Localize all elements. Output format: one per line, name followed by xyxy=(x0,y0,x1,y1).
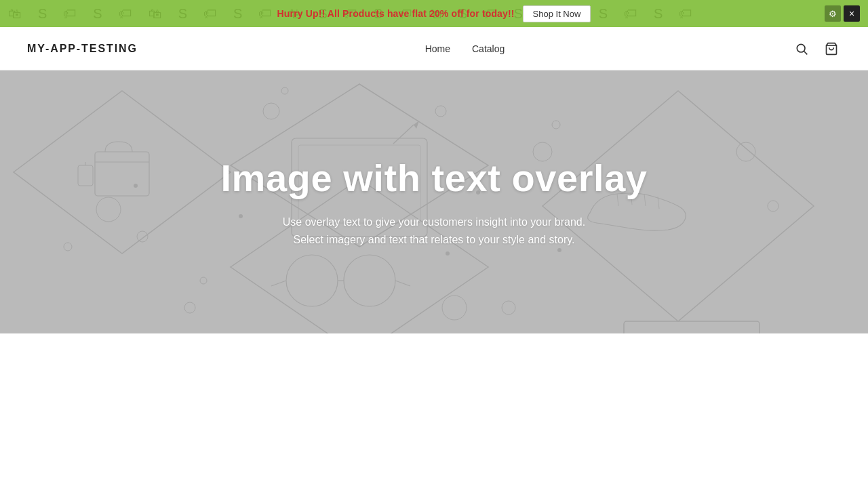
tag-icon: 🏷 xyxy=(624,6,637,22)
shop-now-button[interactable]: Shop It Now xyxy=(523,5,591,22)
main-nav: Home Catalog xyxy=(425,43,505,55)
shopify-icon: S xyxy=(93,6,102,22)
shopify-icon: 🛍 xyxy=(8,6,22,22)
tag-icon: 🏷 xyxy=(63,6,77,22)
hero-subtitle-line2: Select imagery and text that relates to … xyxy=(293,234,574,245)
hero-title: Image with text overlay xyxy=(220,156,647,200)
hero-content: Image with text overlay Use overlay text… xyxy=(193,156,674,248)
hero-subtitle-line1: Use overlay text to give your customers … xyxy=(283,216,585,228)
search-icon xyxy=(795,42,808,56)
nav-home[interactable]: Home xyxy=(425,43,450,54)
cart-icon xyxy=(825,42,838,56)
hero-section: Image with text overlay Use overlay text… xyxy=(0,70,868,333)
below-fold xyxy=(0,333,868,422)
search-button[interactable] xyxy=(792,39,811,58)
announcement-bar: 🛍 S 🏷 S 🏷 🛍 S 🏷 S 🏷 🛍 S 🏷 S 🏷 🛍 S 🏷 S 🏷 … xyxy=(0,0,868,27)
header-actions xyxy=(792,39,841,58)
shopify-icon: S xyxy=(599,6,608,22)
tag-icon: 🏷 xyxy=(679,6,692,22)
announcement-text: Hurry Up!! All Products have flat 20% of… xyxy=(277,8,515,19)
site-header: MY-APP-TESTING Home Catalog xyxy=(0,27,868,70)
svg-point-0 xyxy=(797,44,805,52)
shopify-icon: S xyxy=(38,6,47,22)
svg-line-1 xyxy=(804,51,808,54)
tag-icon: 🏷 xyxy=(203,6,217,22)
shopify-icon: S xyxy=(233,6,242,22)
brand-name[interactable]: MY-APP-TESTING xyxy=(27,43,138,55)
nav-catalog[interactable]: Catalog xyxy=(472,43,505,54)
tag-icon: 🏷 xyxy=(119,6,132,22)
tag-icon: 🏷 xyxy=(258,6,272,22)
hero-subtitle: Use overlay text to give your customers … xyxy=(220,214,647,248)
shopify-icon: S xyxy=(178,6,187,22)
cart-button[interactable] xyxy=(822,39,841,58)
settings-icon: ⚙ xyxy=(829,9,837,19)
announcement-settings-button[interactable]: ⚙ xyxy=(825,5,841,22)
announcement-content: Hurry Up!! All Products have flat 20% of… xyxy=(277,5,591,22)
announcement-close-button[interactable]: × xyxy=(844,5,860,22)
shopify-icon: 🛍 xyxy=(149,6,162,22)
shopify-icon: S xyxy=(654,6,663,22)
